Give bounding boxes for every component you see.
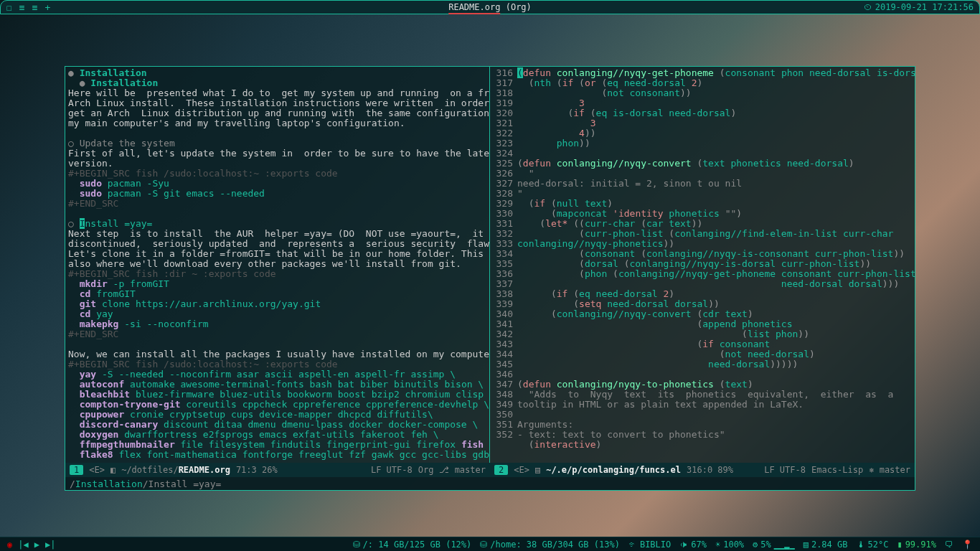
buffer-position: 71:3 26% xyxy=(236,465,278,475)
brightness[interactable]: ☀ 100% xyxy=(715,540,744,550)
modelines: 1 <E> ◧ ~/dotfiles/README.org 71:3 26% L… xyxy=(65,463,915,477)
breadcrumb-seg: Install =yay= xyxy=(149,479,222,489)
src-begin: #+BEGIN_SRC fish /sudo:localhost:~ :expo… xyxy=(68,359,486,369)
git-branch: ⎈ master xyxy=(869,465,910,475)
location-icon[interactable]: 📍 xyxy=(962,540,973,550)
text: Next step is to install the AUR helper =… xyxy=(68,229,486,239)
title-mode: (Org) xyxy=(506,2,532,12)
evil-state: <E> xyxy=(514,465,529,475)
layout-switcher[interactable]: ☐ ≡ ≡ + xyxy=(6,2,50,13)
buffer-path: ~/.e/p/conlanging/funcs.el xyxy=(546,465,681,475)
layout-tile-icon[interactable]: ≡ xyxy=(19,2,25,13)
layout-add-icon[interactable]: + xyxy=(44,2,50,13)
file-icon: ◧ xyxy=(110,465,116,475)
line-number-gutter: 316 317 318 319 320 321 322 323 324 325 … xyxy=(490,68,517,461)
disk-home: ⛁ /home: 38 GB/304 GB (13%) xyxy=(480,540,620,550)
modeline-right[interactable]: 2 <E> ▤ ~/.e/p/conlanging/funcs.el 316:0… xyxy=(490,463,915,477)
linenum-indicator: 2 xyxy=(494,465,508,475)
discord-icon[interactable]: 🗨 xyxy=(945,540,953,550)
battery: ▮ 99.91% xyxy=(897,540,936,550)
title-filename: README.org xyxy=(448,2,500,14)
minibuffer[interactable]: /Installation/Install =yay= xyxy=(65,477,915,490)
major-mode: Emacs-Lisp xyxy=(811,465,863,475)
code-area[interactable]: (defun conlanging//nyqy-get-phoneme (con… xyxy=(517,68,915,461)
text: Here will be presented what I do to get … xyxy=(68,88,486,98)
major-mode: Org xyxy=(418,465,434,475)
text: my main computer's and my travelling lap… xyxy=(68,118,486,128)
buffer-path: ~/dotfiles/README.org xyxy=(121,465,230,475)
layout-monocle-icon[interactable]: ☐ xyxy=(6,2,12,13)
right-buffer[interactable]: 316 317 318 319 320 321 322 323 324 325 … xyxy=(490,67,915,463)
heading-installation: Installation xyxy=(80,67,147,78)
heading-installation-sub: Installation xyxy=(90,77,158,88)
cmd: sudo xyxy=(80,188,102,199)
breadcrumb-seg: Installation xyxy=(75,479,143,489)
evil-state: <E> xyxy=(89,465,105,475)
text: First of all, let's update the system in… xyxy=(68,149,486,159)
layout-tile2-icon[interactable]: ≡ xyxy=(32,2,38,13)
heading-update: Update the system xyxy=(80,138,175,149)
cpu: ⚙ 5% ▁▁▂▁ xyxy=(753,540,795,550)
disk-root: ⛁ /: 14 GB/125 GB (12%) xyxy=(353,540,472,550)
media-play-icon[interactable]: ▶ xyxy=(34,540,39,550)
left-buffer[interactable]: ● Installation ● Installation Here will … xyxy=(65,67,490,463)
text: Arch Linux install. These installation i… xyxy=(68,98,486,108)
volume[interactable]: 🕩 67% xyxy=(679,540,707,550)
text: version. xyxy=(68,159,486,169)
src-end: #+END_SRC xyxy=(68,199,486,209)
titlebar-clock: ⏲ 2019-09-21 17:21:56 xyxy=(864,2,974,12)
clock-datetime: 2019-09-21 17:21:56 xyxy=(875,2,974,12)
text: also where we'll download every other pa… xyxy=(68,259,486,269)
wifi[interactable]: ᯤ BIBLIO xyxy=(628,540,671,550)
encoding: LF UTF-8 xyxy=(371,465,413,475)
src-begin: #+BEGIN_SRC fish /sudo:localhost:~ :expo… xyxy=(68,169,486,179)
text: Let's clone it in a folder =fromGIT= tha… xyxy=(68,249,486,259)
media-next-icon[interactable]: ▶| xyxy=(45,540,55,550)
buffer-position: 316:0 89% xyxy=(687,465,733,475)
cmd: sudo xyxy=(80,178,102,189)
heading-yay: nstall =yay= xyxy=(85,218,152,229)
src-begin: #+BEGIN_SRC fish :dir ~ :exports code xyxy=(68,269,486,279)
linenum-indicator: 1 xyxy=(70,465,83,475)
emacs-frame: ● Installation ● Installation Here will … xyxy=(65,66,915,491)
modeline-left[interactable]: 1 <E> ◧ ~/dotfiles/README.org 71:3 26% L… xyxy=(65,463,490,477)
src-end: #+END_SRC xyxy=(68,329,486,339)
text: discontinued, seriously updated and repr… xyxy=(68,239,486,249)
encoding: LF UTF-8 xyxy=(764,465,806,475)
power-icon[interactable]: ◉ xyxy=(7,540,12,550)
window-title: README.org (Org) xyxy=(448,2,532,12)
media-prev-icon[interactable]: |◀ xyxy=(18,540,28,550)
git-branch: ⎇ master xyxy=(439,465,486,475)
file-icon: ▤ xyxy=(535,465,540,475)
text: Now, we can install all the packages I u… xyxy=(68,349,486,359)
temperature: 🌡 52°C xyxy=(857,540,889,550)
polybar: ◉ |◀ ▶ ▶| ⛁ /: 14 GB/125 GB (12%) ⛁ /hom… xyxy=(0,537,980,551)
text: get an Arch Linux distribution up and ru… xyxy=(68,108,486,118)
ram: ▤ 2.84 GB xyxy=(804,540,848,550)
clock-icon: ⏲ xyxy=(864,2,872,12)
desktop-gap xyxy=(0,14,980,66)
window-titlebar: ☐ ≡ ≡ + README.org (Org) ⏲ 2019-09-21 17… xyxy=(0,0,980,14)
